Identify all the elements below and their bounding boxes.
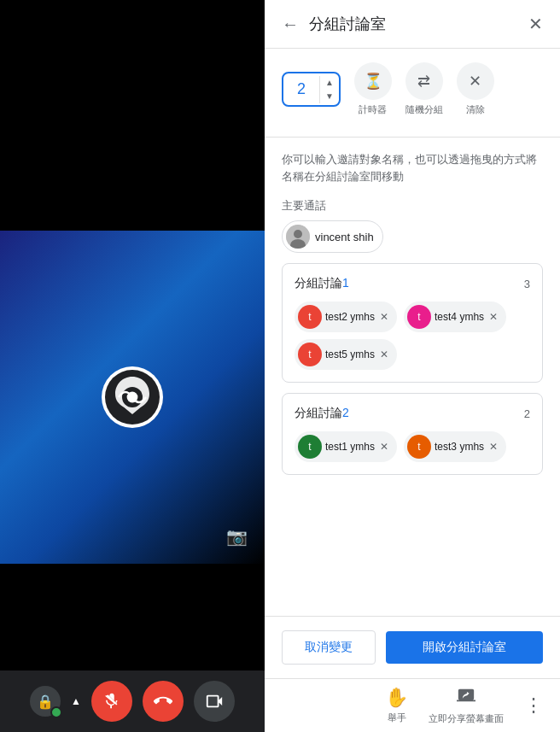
main-call-participant-chip: vincent shih [282,220,383,253]
close-button[interactable]: ✕ [528,14,543,34]
room-card-1: 分組討論1 3 t test2 ymhs ✕ t test4 ymhs ✕ t … [282,263,543,383]
participant-tag-test2: t test2 ymhs ✕ [295,302,397,332]
bottom-toolbar: 🔒 ▲ [0,671,265,732]
room-2-participants: t test1 ymhs ✕ t test3 ymhs ✕ [295,431,530,462]
main-call-section: 主要通話 vincent shih [282,198,543,253]
test1-avatar: t [298,435,322,459]
vincent-shih-avatar [286,225,310,249]
test3-avatar: t [407,435,431,459]
remove-test5-button[interactable]: ✕ [378,349,390,360]
participant-tag-test1: t test1 ymhs ✕ [295,431,397,462]
left-video-panel: 📷 📌 你 🔒 ▲ [0,0,265,732]
breakout-rooms-panel: ← 分組討論室 ✕ 2 ▲ ▼ ⏳ 計時器 ⇄ 隨機分組 ✕ 清除 [265,0,560,732]
timer-action-group: ⏳ 計時器 [354,62,392,116]
participant-tag-test5: t test5 ymhs ✕ [295,339,397,370]
panel-footer: 取消變更 開啟分組討論室 [265,616,560,678]
panel-header: ← 分組討論室 ✕ [265,0,560,49]
main-call-label: 主要通話 [282,198,543,214]
rooms-content: 主要通話 vincent shih 分組討論1 3 t [265,191,560,616]
random-action-group: ⇄ 隨機分組 [405,62,443,116]
cancel-button[interactable]: 取消變更 [282,630,376,665]
random-label: 隨機分組 [405,103,443,116]
clear-button[interactable]: ✕ [457,62,494,100]
start-breakout-button[interactable]: 開啟分組討論室 [386,631,543,664]
room-2-header: 分組討論2 2 [295,406,530,421]
room-2-name: 分組討論2 [295,406,349,421]
remove-test3-button[interactable]: ✕ [487,442,499,452]
test4-name: test4 ymhs [435,311,484,323]
count-up-button[interactable]: ▲ [320,76,339,90]
random-button[interactable]: ⇄ [405,62,443,100]
remove-test2-button[interactable]: ✕ [378,312,390,322]
room-count-display: 2 [283,73,319,105]
bottom-nav: ✋ 舉手 立即分享螢幕畫面 ⋮ [265,678,560,732]
raise-hand-icon: ✋ [385,687,408,709]
remove-test1-button[interactable]: ✕ [378,442,390,452]
test5-avatar: t [298,343,322,366]
share-screen-nav-label: 立即分享螢幕畫面 [429,712,504,725]
description-text: 你可以輸入邀請對象名稱，也可以透過拖曳的方式將名稱在分組討論室間移動 [265,138,560,191]
controls-area: 2 ▲ ▼ ⏳ 計時器 ⇄ 隨機分組 ✕ 清除 [265,49,560,138]
top-video-area [0,0,265,231]
more-options-nav-button[interactable]: ⋮ [524,694,543,717]
room-card-2: 分組討論2 2 t test1 ymhs ✕ t test3 ymhs ✕ [282,393,543,475]
timer-button[interactable]: ⏳ [354,62,392,100]
test3-name: test3 ymhs [435,441,484,453]
svg-point-5 [294,230,302,238]
video-muted-icon: 📷 [226,526,248,547]
count-down-button[interactable]: ▼ [320,90,339,103]
test4-avatar: t [407,305,431,329]
room-count-control: 2 ▲ ▼ [282,72,341,107]
vincent-shih-name: vincent shih [315,231,374,243]
participant-tag-test4: t test4 ymhs ✕ [404,302,506,332]
count-arrows: ▲ ▼ [319,76,339,103]
chevron-up-button[interactable]: ▲ [71,695,81,707]
share-screen-nav-button[interactable]: 立即分享螢幕畫面 [429,686,504,725]
clear-action-group: ✕ 清除 [457,62,494,116]
security-button[interactable]: 🔒 [30,686,61,717]
room-1-participants: t test2 ymhs ✕ t test4 ymhs ✕ t test5 ym… [295,302,530,370]
clear-label: 清除 [466,103,485,116]
main-video-area: 📷 [0,231,265,564]
test1-name: test1 ymhs [325,441,375,453]
room-2-count: 2 [524,407,530,420]
mute-microphone-button[interactable] [91,681,132,722]
participant-tag-test3: t test3 ymhs ✕ [404,431,506,462]
end-call-button[interactable] [143,681,184,722]
room-count-row: 2 ▲ ▼ ⏳ 計時器 ⇄ 隨機分組 ✕ 清除 [282,62,543,116]
obs-logo [98,363,166,431]
back-button[interactable]: ← [282,15,299,34]
panel-title: 分組討論室 [309,14,518,34]
security-badge [50,706,62,718]
camera-button[interactable] [194,681,235,722]
timer-label: 計時器 [359,103,387,116]
raise-hand-nav-label: 舉手 [388,712,406,724]
share-screen-icon [457,686,475,710]
room-1-count: 3 [524,278,530,290]
room-1-header: 分組討論1 3 [295,276,530,291]
raise-hand-nav-button[interactable]: ✋ 舉手 [385,687,408,724]
test2-avatar: t [298,305,322,329]
test2-name: test2 ymhs [325,311,375,323]
remove-test4-button[interactable]: ✕ [487,312,499,322]
room-1-name: 分組討論1 [295,276,349,291]
test5-name: test5 ymhs [325,348,375,360]
